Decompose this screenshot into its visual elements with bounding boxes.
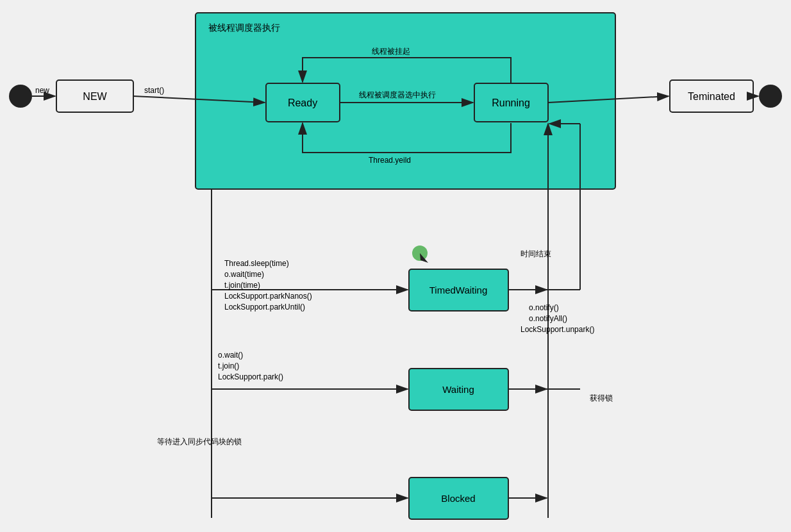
label-wait-sync-lock: 等待进入同步代码块的锁 xyxy=(157,437,242,446)
label-get-lock: 获得锁 xyxy=(590,394,613,403)
label-thread-yield: Thread.yeild xyxy=(369,156,411,165)
blocked-label: Blocked xyxy=(441,493,475,504)
running-label: Running xyxy=(492,97,530,108)
label-thread-suspend: 线程被挂起 xyxy=(372,47,410,56)
label-sleep-ops3: t.join(time) xyxy=(224,281,260,290)
terminated-label: Teminated xyxy=(688,91,735,102)
end-circle-outer xyxy=(759,85,782,108)
label-time-end: 时间结束 xyxy=(520,249,551,258)
label-new: new xyxy=(35,86,49,95)
start-circle xyxy=(9,85,32,108)
running-group-label: 被线程调度器执行 xyxy=(208,22,280,33)
label-notify-ops3: LockSupport.unpark() xyxy=(520,325,594,334)
label-wait-ops3: LockSupport.park() xyxy=(218,372,283,381)
waiting-label: Waiting xyxy=(442,384,474,395)
label-wait-ops1: o.wait() xyxy=(218,351,243,360)
label-sleep-ops: Thread.sleep(time) xyxy=(224,259,289,268)
label-notify-ops1: o.notify() xyxy=(529,303,559,312)
label-sleep-ops4: LockSupport.parkNanos() xyxy=(224,292,312,301)
label-thread-selected: 线程被调度器选中执行 xyxy=(359,90,436,99)
ready-label: Ready xyxy=(288,97,317,108)
label-notify-ops2: o.notifyAll() xyxy=(529,314,567,323)
timed-waiting-label: TimedWaiting xyxy=(429,285,488,295)
label-start: start() xyxy=(144,86,164,95)
diagram-container: 被线程调度器执行 NEW Ready Running Teminated Tim… xyxy=(0,0,791,532)
new-label: NEW xyxy=(83,91,107,102)
state-diagram: 被线程调度器执行 NEW Ready Running Teminated Tim… xyxy=(0,0,791,532)
label-sleep-ops2: o.wait(time) xyxy=(224,270,264,279)
label-wait-ops2: t.join() xyxy=(218,362,239,370)
label-sleep-ops5: LockSupport.parkUntil() xyxy=(224,303,305,312)
